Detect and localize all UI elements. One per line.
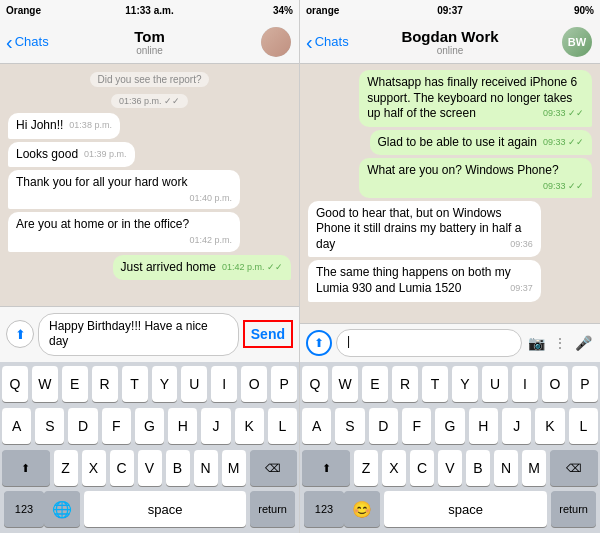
left-panel: Orange 11:33 a.m. 34% ‹ Chats Tom online… [0, 0, 300, 533]
right-key-A[interactable]: A [302, 408, 331, 444]
right-bubble-time-1: 09:33 ✓✓ [543, 108, 584, 120]
globe-icon[interactable]: 🌐 [44, 491, 80, 527]
key-M[interactable]: M [222, 450, 246, 486]
left-back-button[interactable]: ‹ Chats [6, 32, 49, 52]
right-message-row-5: The same thing happens on both my Lumia … [308, 260, 592, 301]
right-back-label: Chats [315, 34, 349, 49]
key-W[interactable]: W [32, 366, 58, 402]
right-keyboard: Q W E R T Y U I O P A S D F G H J K L ⬆ … [300, 362, 600, 533]
right-key-W[interactable]: W [332, 366, 358, 402]
left-time: 11:33 a.m. [125, 5, 173, 16]
left-back-label: Chats [15, 34, 49, 49]
key-R[interactable]: R [92, 366, 118, 402]
expand-input-button[interactable]: ⬆ [306, 330, 332, 356]
attachment-icon[interactable]: ⋮ [551, 333, 569, 353]
key-L[interactable]: L [268, 408, 297, 444]
system-time-1: 01:36 p.m. ✓✓ [111, 94, 188, 108]
right-key-Z[interactable]: Z [354, 450, 378, 486]
key-S[interactable]: S [35, 408, 64, 444]
key-X[interactable]: X [82, 450, 106, 486]
key-C[interactable]: C [110, 450, 134, 486]
right-key-O[interactable]: O [542, 366, 568, 402]
right-key-E[interactable]: E [362, 366, 388, 402]
right-key-P[interactable]: P [572, 366, 598, 402]
right-key-Q[interactable]: Q [302, 366, 328, 402]
right-bubble-1: Whatsapp has finally received iPhone 6 s… [359, 70, 592, 127]
right-key-C[interactable]: C [410, 450, 434, 486]
camera-icon[interactable]: 📷 [526, 333, 547, 353]
key-G[interactable]: G [135, 408, 164, 444]
right-message-row-1: Whatsapp has finally received iPhone 6 s… [308, 70, 592, 127]
right-contact-avatar[interactable]: BW [562, 27, 592, 57]
key-A[interactable]: A [2, 408, 31, 444]
key-I[interactable]: I [211, 366, 237, 402]
right-key-M[interactable]: M [522, 450, 546, 486]
voice-input-button[interactable]: ⬆ [6, 320, 34, 348]
key-B[interactable]: B [166, 450, 190, 486]
right-panel: orange 09:37 90% ‹ Chats Bogdan Work onl… [300, 0, 600, 533]
key-O[interactable]: O [241, 366, 267, 402]
right-key-S[interactable]: S [335, 408, 364, 444]
right-key-R[interactable]: R [392, 366, 418, 402]
right-message-input[interactable]: | [336, 329, 522, 357]
right-key-K[interactable]: K [535, 408, 564, 444]
key-K[interactable]: K [235, 408, 264, 444]
right-key-L[interactable]: L [569, 408, 598, 444]
key-delete[interactable]: ⌫ [250, 450, 298, 486]
right-key-V[interactable]: V [438, 450, 462, 486]
right-key-D[interactable]: D [369, 408, 398, 444]
right-key-B[interactable]: B [466, 450, 490, 486]
left-status-bar: Orange 11:33 a.m. 34% [0, 0, 299, 20]
message-input[interactable]: Happy Birthday!!! Have a nice day [38, 313, 239, 356]
bubble-time-4: 01:42 p.m. [190, 235, 233, 247]
right-key-delete[interactable]: ⌫ [550, 450, 598, 486]
mic-right-icon[interactable]: 🎤 [573, 333, 594, 353]
right-key-F[interactable]: F [402, 408, 431, 444]
right-key-T[interactable]: T [422, 366, 448, 402]
key-E[interactable]: E [62, 366, 88, 402]
right-keyboard-bottom: 123 😊 space return [300, 488, 600, 533]
key-U[interactable]: U [181, 366, 207, 402]
bubble-time-1: 01:38 p.m. [69, 120, 112, 132]
right-key-shift[interactable]: ⬆ [302, 450, 350, 486]
left-contact-avatar[interactable] [261, 27, 291, 57]
key-Y[interactable]: Y [152, 366, 178, 402]
right-key-G[interactable]: G [435, 408, 464, 444]
key-return[interactable]: return [250, 491, 295, 527]
right-key-Y[interactable]: Y [452, 366, 478, 402]
key-Z[interactable]: Z [54, 450, 78, 486]
right-emoji-icon[interactable]: 😊 [344, 491, 380, 527]
right-key-H[interactable]: H [469, 408, 498, 444]
message-row-5: Just arrived home01:42 p.m. ✓✓ [8, 255, 291, 281]
right-key-I[interactable]: I [512, 366, 538, 402]
right-key-space[interactable]: space [384, 491, 547, 527]
left-chat-area: Did you see the report? 01:36 p.m. ✓✓ Hi… [0, 64, 299, 306]
send-button[interactable]: Send [243, 320, 293, 348]
key-P[interactable]: P [271, 366, 297, 402]
right-contact-info: Bogdan Work online [401, 28, 498, 56]
key-N[interactable]: N [194, 450, 218, 486]
right-back-button[interactable]: ‹ Chats [306, 32, 349, 52]
right-key-X[interactable]: X [382, 450, 406, 486]
key-F[interactable]: F [102, 408, 131, 444]
right-key-U[interactable]: U [482, 366, 508, 402]
right-key-num[interactable]: 123 [304, 491, 344, 527]
left-contact-name: Tom [134, 28, 165, 45]
key-H[interactable]: H [168, 408, 197, 444]
right-key-return[interactable]: return [551, 491, 596, 527]
key-D[interactable]: D [68, 408, 97, 444]
key-V[interactable]: V [138, 450, 162, 486]
left-contact-info: Tom online [134, 28, 165, 56]
key-space[interactable]: space [84, 491, 246, 527]
right-key-N[interactable]: N [494, 450, 518, 486]
bubble-1: Hi John!!01:38 p.m. [8, 113, 120, 139]
bubble-time-5: 01:42 p.m. ✓✓ [222, 262, 283, 274]
right-message-row-2: Glad to be able to use it again09:33 ✓✓ [308, 130, 592, 156]
key-Q[interactable]: Q [2, 366, 28, 402]
key-shift[interactable]: ⬆ [2, 450, 50, 486]
key-T[interactable]: T [122, 366, 148, 402]
right-key-J[interactable]: J [502, 408, 531, 444]
right-bubble-3: What are you on? Windows Phone?09:33 ✓✓ [359, 158, 592, 197]
key-J[interactable]: J [201, 408, 230, 444]
key-num[interactable]: 123 [4, 491, 44, 527]
